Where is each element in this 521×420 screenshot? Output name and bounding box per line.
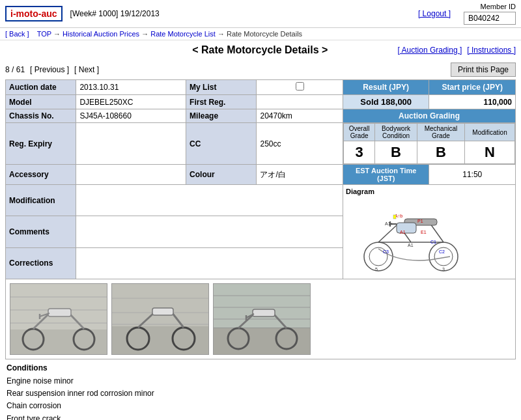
breadcrumb3: Rate Motorcycle Details <box>227 30 302 38</box>
my-list-label: My List <box>186 80 257 95</box>
svg-text:5: 5 <box>375 267 378 272</box>
svg-rect-37 <box>48 309 71 316</box>
svg-rect-41 <box>112 284 208 326</box>
colour-value: アオ/白 <box>257 165 343 185</box>
nav-arrow3: → <box>218 30 225 38</box>
auction-date-label: Auction date <box>6 80 76 95</box>
svg-text:C2: C2 <box>439 249 445 254</box>
diagram-label: Diagram <box>346 188 513 195</box>
diagram-cell: Diagram <box>343 185 515 279</box>
chassis-label: Chassis No. <box>6 109 76 123</box>
next-link[interactable]: [ Next ] <box>74 65 99 74</box>
grading-value-row: 3 B B N <box>343 141 514 164</box>
est-auction-value: 11:50 <box>429 165 516 185</box>
page-title: < Rate Motorcycle Details > <box>122 44 398 56</box>
nav-arrow2: → <box>141 30 148 38</box>
result-value: Sold 188,000 <box>343 95 429 109</box>
start-price-header: Start price (JPY) <box>429 80 516 95</box>
logo: i-moto-auc <box>5 6 63 21</box>
svg-text:3: 3 <box>442 267 445 272</box>
auction-grading-header: Auction Grading <box>343 109 515 123</box>
svg-point-0 <box>364 242 393 271</box>
header: i-moto-auc [Week# 1000] 19/12/2013 [ Log… <box>0 0 521 28</box>
result-header: Result (JPY) <box>343 80 429 95</box>
conditions-text: Engine noise minorRear suspension inner … <box>7 375 514 420</box>
overall-grade-label: OverallGrade <box>343 124 374 141</box>
first-reg-value <box>257 95 343 109</box>
svg-text:E1: E1 <box>421 230 427 234</box>
motorcycle-diagram: A1 P1 C3 C2 A1 A1↑ E1 C1 5 3 A↑b <box>346 198 476 276</box>
table-row: Model DJEBEL250XC First Reg. Sold 188,00… <box>6 95 516 109</box>
logo-highlight: i- <box>10 8 16 19</box>
table-row: Reg. Expiry CC 250cc OverallGrade Bodywo… <box>6 123 516 165</box>
top-link[interactable]: TOP <box>37 30 51 38</box>
table-row: Chassis No. SJ45A-108660 Mileage 20470km… <box>6 109 516 123</box>
mileage-value: 20470km <box>257 109 343 123</box>
page-title-bar: < Rate Motorcycle Details > [ Auction Gr… <box>0 40 521 60</box>
svg-rect-25 <box>393 215 396 219</box>
conditions-section: Conditions Engine noise minorRear suspen… <box>0 359 521 420</box>
reg-expiry-label: Reg. Expiry <box>6 123 76 165</box>
photo-3 <box>213 283 311 355</box>
member-id-label: Member ID <box>481 3 516 10</box>
comments-value <box>76 216 343 247</box>
conditions-title: Conditions <box>7 363 514 372</box>
overall-grade-value: 3 <box>343 141 374 164</box>
mechanical-value: B <box>417 141 464 164</box>
pagination-bar: 8 / 61 [ Previous ] [ Next ] Print this … <box>0 60 521 79</box>
member-id-value: B040242 <box>464 12 516 25</box>
reg-expiry-value <box>76 123 186 165</box>
mileage-label: Mileage <box>186 109 257 123</box>
grading-inner-table: OverallGrade BodyworkCondition Mechanica… <box>343 123 515 164</box>
breadcrumb1-link[interactable]: Historical Auction Prices <box>63 30 139 38</box>
breadcrumb2-link[interactable]: Rate Motorcycle List <box>150 30 216 38</box>
page-count: 8 / 61 <box>5 65 25 74</box>
svg-text:A1: A1 <box>408 243 414 247</box>
bike-photo-1-svg <box>10 284 107 354</box>
start-price-value: 110,000 <box>429 95 516 109</box>
logo-text: moto-auc <box>16 8 57 19</box>
svg-rect-53 <box>214 284 310 328</box>
modification-row-label: Modification <box>6 185 76 216</box>
photos-cell <box>6 279 516 359</box>
svg-rect-51 <box>152 308 173 315</box>
nav-bar: [ Back ] TOP → Historical Auction Prices… <box>0 28 521 40</box>
bodywork-label: BodyworkCondition <box>375 124 417 141</box>
table-row: Auction date 2013.10.31 My List Result (… <box>6 80 516 95</box>
svg-text:P1: P1 <box>417 219 423 223</box>
back-link[interactable]: [ Back ] <box>5 30 29 38</box>
svg-text:A1↑: A1↑ <box>385 221 393 226</box>
auction-grading-link[interactable]: [ Auction Grading ] <box>398 46 462 55</box>
corrections-label: Corrections <box>6 247 76 279</box>
photos-container <box>10 283 511 355</box>
accessory-value <box>76 165 186 185</box>
logout-link[interactable]: [ Logout ] <box>418 9 451 18</box>
svg-text:C1: C1 <box>430 240 436 244</box>
cc-label: CC <box>186 123 257 165</box>
est-auction-label: EST Auction Time (JST) <box>343 165 429 185</box>
svg-text:A1: A1 <box>400 230 406 234</box>
my-list-checkbox[interactable] <box>296 82 304 91</box>
member-id-section: Member ID B040242 <box>464 3 516 25</box>
grading-sub-table-cell: OverallGrade BodyworkCondition Mechanica… <box>343 123 515 165</box>
bike-photo-2-svg <box>112 284 208 354</box>
print-button[interactable]: Print this Page <box>451 63 516 77</box>
instructions-link[interactable]: [ Instructions ] <box>467 46 516 55</box>
corrections-value <box>76 247 343 279</box>
modification-row-value <box>76 185 343 216</box>
svg-rect-64 <box>253 309 275 316</box>
table-row: Modification Diagram <box>6 185 516 216</box>
grading-links: [ Auction Grading ] [ Instructions ] <box>398 46 516 55</box>
previous-link[interactable]: [ Previous ] <box>30 65 69 74</box>
chassis-value: SJ45A-108660 <box>76 109 186 123</box>
week-info: [Week# 1000] 19/12/2013 <box>70 9 160 18</box>
cc-value: 250cc <box>257 123 343 165</box>
my-list-checkbox-cell <box>257 80 343 95</box>
accessory-label: Accessory <box>6 165 76 185</box>
nav-arrow1: → <box>53 30 61 38</box>
photo-1 <box>10 283 107 355</box>
modification-grade-label: Modification <box>465 124 515 141</box>
photo-2 <box>111 283 209 355</box>
modification-value: N <box>465 141 515 164</box>
bodywork-value: B <box>375 141 417 164</box>
